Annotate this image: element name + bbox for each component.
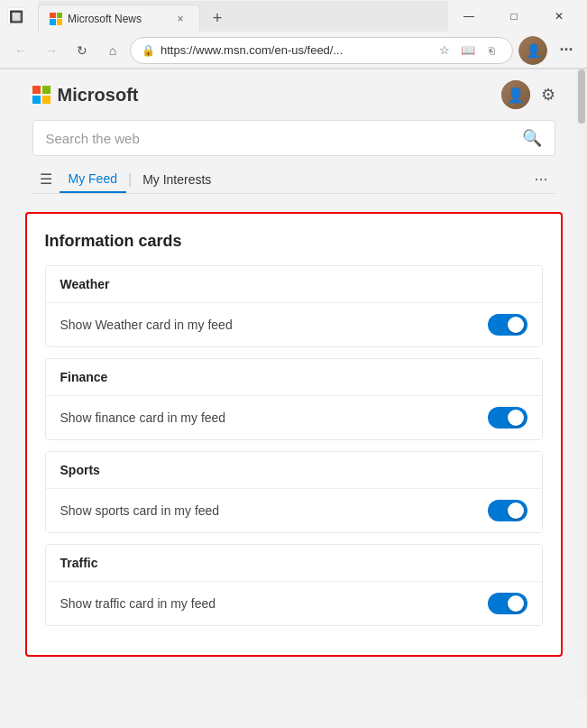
traffic-card-section: Traffic Show traffic card in my feed xyxy=(45,544,543,626)
window-controls-left: 🔲 xyxy=(7,7,31,25)
svg-text:🔲: 🔲 xyxy=(9,9,24,24)
sports-card-section: Sports Show sports card in my feed xyxy=(45,451,543,533)
finance-toggle-track xyxy=(488,407,527,429)
title-bar: 🔲 Microsoft News × + xyxy=(0,0,587,32)
sports-card-header: Sports xyxy=(46,452,542,488)
favorite-icon[interactable]: ☆ xyxy=(435,41,454,60)
logo-text: Microsoft xyxy=(58,85,139,106)
info-cards-box: Information cards Weather Show Weather c… xyxy=(25,212,563,657)
more-options-button[interactable]: ··· xyxy=(553,37,580,64)
msn-header: Microsoft 👤 ⚙ Search the web 🔍 ☰ My Feed… xyxy=(14,69,573,201)
weather-card-inner: Weather Show Weather card in my feed xyxy=(45,265,543,347)
minimize-button[interactable]: — xyxy=(448,0,490,32)
search-icon[interactable]: 🔍 xyxy=(522,128,542,148)
traffic-card-header: Traffic xyxy=(46,545,542,581)
reading-mode-icon[interactable]: 📖 xyxy=(458,41,478,60)
weather-card-section: Weather Show Weather card in my feed xyxy=(45,265,543,347)
share-icon[interactable]: ⎗ xyxy=(482,41,501,60)
back-button[interactable]: ← xyxy=(7,37,34,64)
finance-toggle-label: Show finance card in my feed xyxy=(60,410,226,425)
weather-toggle-label: Show Weather card in my feed xyxy=(60,318,233,332)
tab-bar: Microsoft News × + xyxy=(38,1,448,32)
info-cards-title: Information cards xyxy=(45,232,543,251)
info-cards-section: Information cards Weather Show Weather c… xyxy=(14,201,573,698)
finance-card-inner: Finance Show finance card in my feed xyxy=(45,358,543,440)
weather-toggle[interactable] xyxy=(488,314,527,336)
window-controls: — □ ✕ xyxy=(448,0,580,32)
weather-toggle-row: Show Weather card in my feed xyxy=(46,302,542,346)
sports-toggle-label: Show sports card in my feed xyxy=(60,503,220,518)
traffic-toggle-thumb xyxy=(508,595,524,612)
new-tab-button[interactable]: + xyxy=(204,5,231,32)
profile-button[interactable]: 👤 xyxy=(518,36,547,65)
traffic-toggle-track xyxy=(488,593,527,614)
refresh-button[interactable]: ↻ xyxy=(69,37,96,64)
msn-logo-row: Microsoft 👤 ⚙ xyxy=(32,80,555,109)
weather-toggle-thumb xyxy=(508,317,524,333)
forward-button[interactable]: → xyxy=(38,37,65,64)
my-interests-tab[interactable]: My Interests xyxy=(133,167,220,192)
home-button[interactable]: ⌂ xyxy=(99,37,126,64)
sports-toggle[interactable] xyxy=(488,500,527,521)
browser-icon: 🔲 xyxy=(7,7,25,25)
settings-icon[interactable]: ⚙ xyxy=(541,85,555,105)
finance-toggle-row: Show finance card in my feed xyxy=(46,395,542,439)
sports-toggle-track xyxy=(488,500,527,521)
finance-card-section: Finance Show finance card in my feed xyxy=(45,358,543,440)
traffic-toggle-label: Show traffic card in my feed xyxy=(60,596,216,611)
page-content: Microsoft 👤 ⚙ Search the web 🔍 ☰ My Feed… xyxy=(0,69,587,698)
nav-tabs: ☰ My Feed | My Interests ··· xyxy=(32,165,555,194)
traffic-toggle-row: Show traffic card in my feed xyxy=(46,581,542,625)
msn-logo: Microsoft xyxy=(32,85,139,106)
traffic-toggle[interactable] xyxy=(488,593,527,614)
active-tab[interactable]: Microsoft News × xyxy=(38,5,200,32)
ms-grid-icon xyxy=(32,86,50,104)
scrollbar-thumb[interactable] xyxy=(578,69,585,124)
address-icons: ☆ 📖 ⎗ xyxy=(435,41,501,60)
nav-bar: ← → ↻ ⌂ 🔒 https://www.msn.com/en-us/feed… xyxy=(0,32,587,69)
sports-card-inner: Sports Show sports card in my feed xyxy=(45,451,543,533)
sports-toggle-thumb xyxy=(508,502,524,519)
tab-divider: | xyxy=(126,171,133,188)
address-bar[interactable]: 🔒 https://www.msn.com/en-us/feed/... ☆ 📖… xyxy=(130,37,513,64)
avatar[interactable]: 👤 xyxy=(501,80,530,109)
finance-toggle[interactable] xyxy=(488,407,527,429)
finance-card-header: Finance xyxy=(46,359,542,395)
search-placeholder: Search the web xyxy=(46,131,522,146)
maximize-button[interactable]: □ xyxy=(493,0,535,32)
lock-icon: 🔒 xyxy=(142,44,155,57)
weather-toggle-track xyxy=(488,314,527,336)
avatar-image: 👤 xyxy=(501,80,530,109)
tab-close-button[interactable]: × xyxy=(172,11,188,27)
tab-title: Microsoft News xyxy=(68,13,142,25)
weather-card-header: Weather xyxy=(46,266,542,302)
header-icons: 👤 ⚙ xyxy=(501,80,555,109)
hamburger-menu-button[interactable]: ☰ xyxy=(32,165,60,193)
tabs-more-button[interactable]: ··· xyxy=(527,166,555,192)
close-button[interactable]: ✕ xyxy=(538,0,580,32)
browser-chrome: 🔲 Microsoft News × + xyxy=(0,0,587,69)
address-text: https://www.msn.com/en-us/feed/... xyxy=(161,43,429,57)
search-bar[interactable]: Search the web 🔍 xyxy=(32,120,555,156)
finance-toggle-thumb xyxy=(508,410,524,426)
traffic-card-inner: Traffic Show traffic card in my feed xyxy=(45,544,543,626)
scrollbar[interactable] xyxy=(576,69,587,698)
my-feed-tab[interactable]: My Feed xyxy=(60,166,126,193)
sports-toggle-row: Show sports card in my feed xyxy=(46,488,542,532)
